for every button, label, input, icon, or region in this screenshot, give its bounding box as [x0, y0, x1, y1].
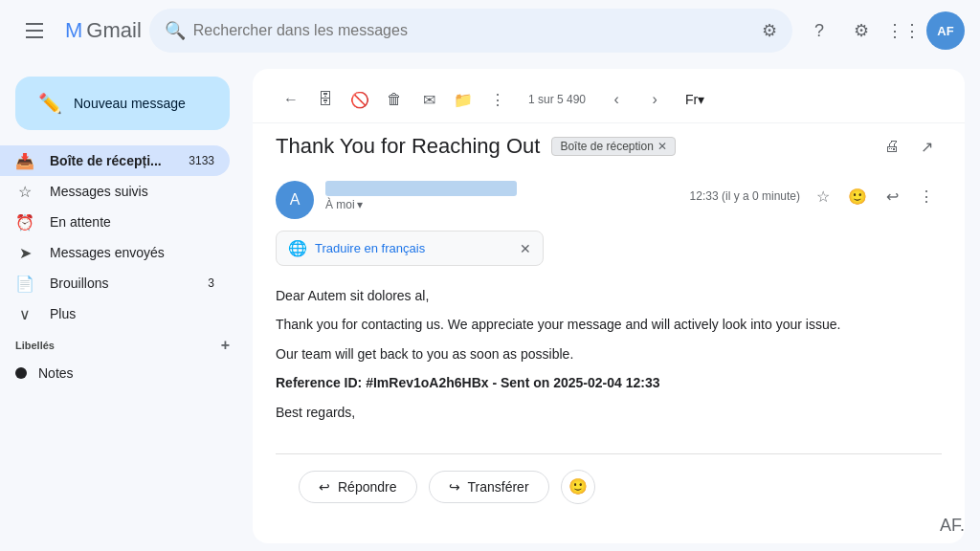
sender-profile-button[interactable]: Fr▾ [685, 92, 704, 107]
report-button[interactable]: 🚫 [345, 84, 375, 115]
sidebar-item-inbox[interactable]: 📥 Boîte de récepți... 3133 [0, 145, 230, 176]
sidebar-item-sent[interactable]: ➤ Messages envoyés [0, 237, 230, 268]
menu-button[interactable] [15, 11, 54, 50]
sidebar: ✏️ Nouveau message 📥 Boîte de récepți...… [0, 61, 245, 551]
star-button[interactable]: ☆ [808, 181, 838, 211]
search-icon: 🔍 [165, 20, 186, 41]
sender-info: À moi ▾ [325, 181, 679, 211]
email-body: Thank You for Reaching Out Boîte de réce… [253, 123, 965, 543]
reply-label: Répondre [338, 479, 397, 495]
message-header: A À moi ▾ 12:33 (il y a 0 minute) [276, 181, 942, 219]
email-content: ← 🗄 🚫 🗑 ✉ 📁 ⋮ 1 sur 5 490 ‹ › Fr▾ Thank … [253, 69, 965, 543]
email-header-actions: 🖨 ↗ [877, 131, 942, 162]
to-me[interactable]: À moi ▾ [325, 198, 679, 211]
topbar-right: ? ⚙ ⋮⋮ AF [800, 11, 965, 50]
compose-label: Nouveau message [74, 96, 186, 111]
email-subject: Thank You for Reaching Out [276, 134, 540, 159]
reply-button[interactable]: ↩ Répondre [299, 471, 417, 503]
email-greeting: Dear Autem sit dolores al, [276, 285, 942, 306]
email-message: A À moi ▾ 12:33 (il y a 0 minute) [276, 165, 942, 454]
reply-bar: ↩ Répondre ↪ Transférer 🙂 [276, 454, 942, 519]
labels-title: Libellés [15, 340, 55, 351]
emoji-reaction-button[interactable]: 🙂 [842, 181, 873, 211]
sidebar-item-starred[interactable]: ☆ Messages suivis [0, 176, 230, 207]
topbar: M Gmail 🔍 ⚙ ? ⚙ ⋮⋮ AF [0, 0, 980, 61]
apps-button[interactable]: ⋮⋮ [884, 11, 923, 50]
inbox-badge: Boîte de réception ✕ [551, 137, 675, 156]
avatar-button[interactable]: AF [926, 11, 965, 50]
archive-button[interactable]: 🗄 [310, 84, 341, 115]
subject-row: Thank You for Reaching Out Boîte de réce… [276, 123, 942, 165]
sent-icon: ➤ [15, 244, 34, 262]
compose-button[interactable]: ✏️ Nouveau message [15, 77, 230, 130]
notes-label-text: Notes [38, 365, 74, 381]
notes-label-dot [15, 367, 27, 379]
snoozed-icon: ⏰ [15, 213, 34, 231]
gmail-logo: M Gmail [65, 18, 142, 43]
translate-close-button[interactable]: ✕ [520, 241, 531, 256]
drafts-icon: 📄 [15, 275, 34, 293]
forward-icon: ↪ [449, 479, 460, 495]
reply-inline-button[interactable]: ↩ [877, 181, 907, 211]
inbox-count: 3133 [189, 154, 214, 167]
message-meta: 12:33 (il y a 0 minute) ☆ 🙂 ↩ ⋮ [690, 181, 942, 211]
open-new-button[interactable]: ↗ [911, 131, 942, 162]
settings-button[interactable]: ⚙ [842, 11, 880, 50]
sender-avatar: A [276, 181, 314, 219]
more-label: Plus [50, 306, 214, 321]
email-body-line2: Our team will get back to you as soon as… [276, 343, 942, 364]
back-button[interactable]: ← [276, 84, 306, 115]
logo-m: M [65, 18, 82, 43]
search-input[interactable] [193, 22, 754, 39]
logo-text: Gmail [86, 18, 141, 43]
move-button[interactable]: 📁 [448, 84, 479, 115]
sender-name-row [325, 181, 679, 196]
starred-label: Messages suivis [50, 184, 214, 199]
badge-close-button[interactable]: ✕ [657, 140, 667, 153]
snoozed-label: En attente [50, 214, 214, 230]
thread-nav: ← 🗄 🚫 🗑 ✉ 📁 ⋮ [276, 84, 513, 115]
email-sign: Best regards, [276, 402, 942, 423]
starred-icon: ☆ [15, 183, 34, 201]
prev-email-button[interactable]: ‹ [601, 84, 632, 115]
help-button[interactable]: ? [800, 11, 838, 50]
main-area: ✏️ Nouveau message 📥 Boîte de récepți...… [0, 61, 980, 551]
badge-label: Boîte de réception [560, 140, 653, 153]
translate-icon: 🌐 [288, 239, 307, 257]
translate-bar: 🌐 Traduire en français ✕ [276, 231, 544, 266]
inbox-label: Boîte de récepți... [50, 153, 173, 168]
watermark: AF. [940, 516, 965, 536]
thread-toolbar: ← 🗄 🚫 🗑 ✉ 📁 ⋮ 1 sur 5 490 ‹ › Fr▾ [253, 69, 965, 123]
next-email-button[interactable]: › [639, 84, 670, 115]
translate-link[interactable]: Traduire en français [315, 241, 512, 255]
sidebar-item-drafts[interactable]: 📄 Brouillons 3 [0, 268, 230, 298]
more-actions-button[interactable]: ⋮ [482, 84, 513, 115]
delete-button[interactable]: 🗑 [379, 84, 410, 115]
add-label-button[interactable]: + [221, 337, 230, 354]
labels-section: Libellés + [0, 329, 245, 358]
mark-unread-button[interactable]: ✉ [413, 84, 444, 115]
search-bar[interactable]: 🔍 ⚙ [149, 9, 792, 53]
topbar-left: M Gmail [15, 11, 142, 50]
reply-icon: ↩ [319, 479, 330, 495]
drafts-count: 3 [208, 276, 214, 290]
message-time: 12:33 (il y a 0 minute) [690, 189, 800, 203]
chevron-down-icon: ▾ [357, 198, 363, 211]
search-options-icon[interactable]: ⚙ [762, 20, 777, 41]
compose-icon: ✏️ [38, 92, 62, 115]
sender-name-bar [325, 181, 517, 196]
more-message-button[interactable]: ⋮ [911, 181, 942, 211]
email-text-body: Dear Autem sit dolores al, Thank you for… [276, 277, 942, 438]
emoji-button[interactable]: 🙂 [561, 470, 595, 504]
forward-button[interactable]: ↪ Transférer [429, 471, 549, 503]
email-count: 1 sur 5 490 [528, 93, 586, 106]
forward-label: Transférer [468, 479, 529, 495]
label-item-notes[interactable]: Notes [0, 358, 230, 388]
sidebar-item-more[interactable]: ∨ Plus [0, 298, 230, 329]
more-icon: ∨ [15, 305, 34, 323]
hamburger-icon [26, 23, 43, 38]
print-button[interactable]: 🖨 [877, 131, 907, 162]
inbox-icon: 📥 [15, 152, 34, 170]
sidebar-item-snoozed[interactable]: ⏰ En attente [0, 207, 230, 237]
email-body-line1: Thank you for contacting us. We apprecia… [276, 314, 942, 335]
